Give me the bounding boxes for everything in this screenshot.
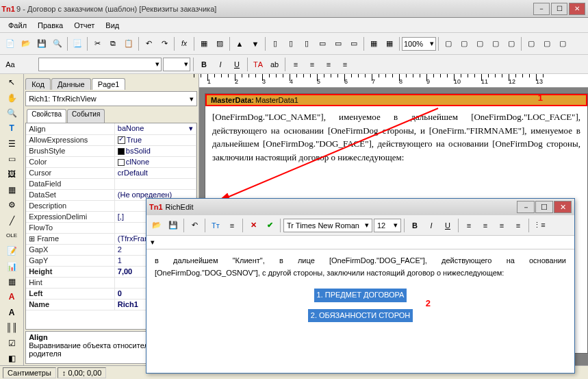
menu-file[interactable]: Файл xyxy=(3,20,32,31)
copy-icon[interactable]: ⧉ xyxy=(105,36,120,51)
band-tool[interactable]: ▭ xyxy=(4,152,19,166)
hand-tool[interactable]: ✋ xyxy=(4,90,19,104)
re-italic-button[interactable]: I xyxy=(424,218,439,233)
size-select[interactable]: ▾ xyxy=(163,58,190,71)
save-icon[interactable]: 💾 xyxy=(34,36,49,51)
re-open-icon[interactable]: 📂 xyxy=(149,218,164,233)
re-ok-button[interactable]: ✔ xyxy=(262,218,277,233)
text-tool[interactable]: T xyxy=(4,121,19,135)
menu-report[interactable]: Отчет xyxy=(68,20,100,31)
re-expr-icon[interactable]: ≡ xyxy=(225,218,240,233)
prop-row[interactable]: CursorcrDefault xyxy=(26,167,196,178)
paste-icon[interactable]: 📋 xyxy=(121,36,136,51)
re-cancel-button[interactable]: ✕ xyxy=(246,218,261,233)
snap-icon[interactable]: ▦ xyxy=(382,36,397,51)
re-align-right[interactable]: ≡ xyxy=(494,218,509,233)
select-tool[interactable]: ↖ xyxy=(4,75,19,89)
richedit-body[interactable]: в дальнейшем "Клиент", в лице [OneFirmDo… xyxy=(146,249,574,373)
subreport-tool[interactable]: ▦ xyxy=(4,183,19,197)
picture-tool[interactable]: 🖼 xyxy=(4,167,19,181)
fx-icon[interactable]: fx xyxy=(177,36,192,51)
tab-data[interactable]: Данные xyxy=(51,78,91,90)
tab-events[interactable]: События xyxy=(67,109,105,123)
align-c-icon[interactable]: ▯ xyxy=(283,36,298,51)
tb-extra6[interactable]: ▢ xyxy=(524,36,539,51)
font-select[interactable]: ▾ xyxy=(38,58,162,71)
check-tool[interactable]: ☑ xyxy=(4,336,19,350)
back-icon[interactable]: ▼ xyxy=(248,36,263,51)
tb-extra1[interactable]: ▢ xyxy=(441,36,456,51)
barcode-tool[interactable]: ║║ xyxy=(4,321,19,334)
tb-extra4[interactable]: ▢ xyxy=(488,36,503,51)
re-bold-button[interactable]: B xyxy=(407,218,422,233)
ungroup-icon[interactable]: ▨ xyxy=(212,36,227,51)
re-align-center[interactable]: ≡ xyxy=(478,218,493,233)
new-icon[interactable]: 📄 xyxy=(3,36,18,51)
cross-tool[interactable]: ▦ xyxy=(4,275,19,289)
a-black-tool[interactable]: A xyxy=(4,306,19,319)
align-t-icon[interactable]: ▭ xyxy=(315,36,330,51)
line-tool[interactable]: ╱ xyxy=(4,213,19,227)
maximize-button[interactable]: ☐ xyxy=(551,3,567,15)
undo-icon[interactable]: ↶ xyxy=(141,36,156,51)
align-center-icon[interactable]: ≡ xyxy=(305,57,320,72)
align-l-icon[interactable]: ▯ xyxy=(268,36,283,51)
page-icon[interactable]: 📃 xyxy=(70,36,85,51)
open-icon[interactable]: 📂 xyxy=(18,36,34,51)
masterdata-band[interactable]: MasterData: MasterData1 xyxy=(205,94,587,106)
menu-edit[interactable]: Правка xyxy=(32,20,68,31)
system-tool[interactable]: ⚙ xyxy=(4,198,19,212)
align-r-icon[interactable]: ▯ xyxy=(299,36,314,51)
tab-page1[interactable]: Page1 xyxy=(92,78,126,90)
a-red-tool[interactable]: A xyxy=(4,290,19,304)
front-icon[interactable]: ▲ xyxy=(232,36,247,51)
close-button[interactable]: ✕ xyxy=(569,3,585,15)
grid-icon[interactable]: ▦ xyxy=(366,36,381,51)
tb-extra3[interactable]: ▢ xyxy=(472,36,487,51)
cut-icon[interactable]: ✂ xyxy=(90,36,105,51)
align-m-icon[interactable]: ▭ xyxy=(331,36,346,51)
bold-button[interactable]: B xyxy=(196,57,212,72)
re-save-icon[interactable]: 💾 xyxy=(166,218,181,233)
richedit-dialog[interactable]: Tn1 RichEdit － ☐ ✕ 📂 💾 ↶ Tт ≡ ✕ ✔ Tr Tim… xyxy=(146,198,575,374)
re-bullets-icon[interactable]: ⋮≡ xyxy=(532,218,547,233)
re-underline-button[interactable]: U xyxy=(440,218,455,233)
tb-extra7[interactable]: ▢ xyxy=(539,36,554,51)
prop-row[interactable]: AlignbaNone▾ xyxy=(26,123,196,134)
re-size-select[interactable]: 12▾ xyxy=(374,219,401,232)
tb-extra2[interactable]: ▢ xyxy=(457,36,472,51)
group-icon[interactable]: ▦ xyxy=(196,36,212,51)
object-selector[interactable]: Rich1: TfrxRichView ▾ xyxy=(25,91,197,106)
rich-object-body[interactable]: [OneFirmDog."LOC_NAME"], именуемое в дал… xyxy=(205,106,587,168)
zoom-select[interactable]: 100%▾ xyxy=(402,37,436,51)
richedit-max-button[interactable]: ☐ xyxy=(535,201,553,213)
tab-properties[interactable]: Свойства xyxy=(27,109,66,123)
re-font-select[interactable]: Tr Times New Roman▾ xyxy=(283,219,372,232)
underline-button[interactable]: U xyxy=(229,57,244,72)
tab-code[interactable]: Код xyxy=(25,78,51,90)
menu-view[interactable]: Вид xyxy=(100,20,125,31)
re-font-icon[interactable]: Tт xyxy=(208,218,223,233)
ole-tool[interactable]: OLE xyxy=(4,229,19,243)
format-tool[interactable]: ☰ xyxy=(4,137,19,151)
rich-tool[interactable]: 📝 xyxy=(4,244,19,258)
gradient-tool[interactable]: ◧ xyxy=(4,352,19,365)
tb-extra5[interactable]: ▢ xyxy=(504,36,519,51)
re-align-left[interactable]: ≡ xyxy=(461,218,476,233)
align-justify-icon[interactable]: ≡ xyxy=(337,57,353,72)
prop-row[interactable]: ColorclNone xyxy=(26,156,196,167)
minimize-button[interactable]: － xyxy=(533,3,550,15)
preview-icon[interactable]: 🔍 xyxy=(50,36,65,51)
re-align-justify[interactable]: ≡ xyxy=(511,218,526,233)
chart-tool[interactable]: 📊 xyxy=(4,260,19,273)
prop-row[interactable]: AllowExpressionsTrue xyxy=(26,134,196,145)
prop-row[interactable]: BrushStylebsSolid xyxy=(26,145,196,156)
italic-button[interactable]: I xyxy=(213,57,228,72)
tb-extra8[interactable]: ▢ xyxy=(555,36,570,51)
prop-row[interactable]: DataField xyxy=(26,178,196,189)
re-undo-icon[interactable]: ↶ xyxy=(187,218,202,233)
redo-icon[interactable]: ↷ xyxy=(157,36,172,51)
align-b-icon[interactable]: ▭ xyxy=(346,36,361,51)
fontcolor-icon[interactable]: TA xyxy=(251,57,266,72)
richedit-min-button[interactable]: － xyxy=(517,201,535,213)
